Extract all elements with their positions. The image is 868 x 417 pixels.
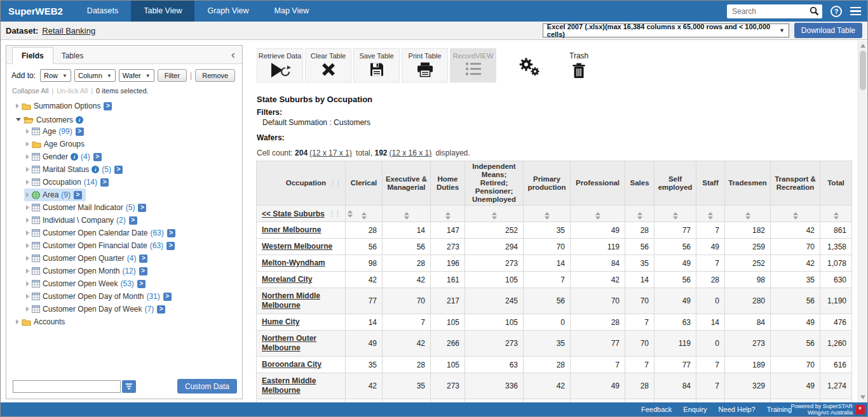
sort-header-cell[interactable] (654, 206, 696, 222)
sort-icon[interactable] (492, 212, 497, 220)
sort-icon[interactable] (745, 212, 750, 220)
add-to-wafer-select[interactable]: Wafer▼ (119, 69, 154, 82)
expand-node-icon[interactable] (26, 218, 29, 223)
row-label-link[interactable]: Boroondara City (262, 360, 322, 369)
save-table-button[interactable]: Save Table (353, 48, 400, 83)
nav-tab-graph-view[interactable]: Graph View (194, 1, 261, 22)
info-icon[interactable]: i (92, 166, 99, 173)
add-field-arrow-button[interactable]: > (139, 255, 147, 263)
expand-node-icon[interactable] (26, 205, 29, 210)
tree-item[interactable]: Age(99)> (24, 125, 88, 138)
tree-item[interactable]: Customer Open Day of Month(31)> (24, 290, 175, 303)
expand-node-icon[interactable] (16, 319, 19, 324)
sort-header-cell[interactable] (524, 206, 571, 222)
tree-item[interactable]: Accounts (14, 315, 69, 328)
row-label-link[interactable]: Western Melbourne (262, 242, 332, 251)
global-search[interactable] (727, 4, 822, 18)
field-search-input[interactable] (13, 380, 121, 393)
tree-item[interactable]: Customer Open Day of Week(7)> (24, 303, 169, 315)
expand-node-icon[interactable] (26, 192, 29, 197)
column-header[interactable]: Primary production (524, 161, 571, 206)
column-header[interactable]: Self employed (654, 161, 696, 206)
row-label-link[interactable]: Moreland City (262, 275, 312, 284)
untick-all-link[interactable]: Un-tick All (57, 87, 88, 95)
add-field-arrow-button[interactable]: > (137, 280, 146, 288)
sort-icon[interactable] (595, 212, 600, 220)
expand-node-icon[interactable] (26, 230, 29, 235)
filter-button[interactable]: Filter (158, 69, 187, 82)
sort-header-cell[interactable] (571, 206, 625, 222)
hamburger-menu-icon[interactable] (850, 7, 861, 16)
total-dims-link[interactable]: (12 x 17 x 1) (309, 149, 352, 157)
sort-icon[interactable] (404, 212, 409, 220)
vertical-scrollbar[interactable] (858, 41, 867, 402)
column-header[interactable]: Total (820, 161, 852, 206)
print-table-button[interactable]: Print Table (402, 48, 448, 83)
enquiry-link[interactable]: Enquiry (683, 406, 707, 413)
clear-table-button[interactable]: Clear Table (305, 48, 351, 83)
tree-item[interactable]: Summation Options> (14, 100, 116, 112)
expand-node-icon[interactable] (26, 154, 29, 159)
download-format-select[interactable]: Excel 2007 (.xlsx)(max 16,384 columns x … (543, 23, 789, 37)
column-header[interactable]: Sales (625, 161, 654, 206)
info-icon[interactable]: i (71, 153, 78, 161)
column-header[interactable]: Executive & Managerial (383, 161, 431, 206)
expand-node-icon[interactable] (26, 307, 29, 312)
sort-icon[interactable] (834, 212, 839, 220)
add-to-row-select[interactable]: Row▼ (40, 69, 71, 82)
tree-item[interactable]: Genderi(4)> (24, 150, 105, 163)
sort-header-cell[interactable] (771, 206, 820, 222)
tab-tables[interactable]: Tables (53, 48, 92, 63)
add-field-arrow-button[interactable]: > (104, 102, 112, 110)
row-label-link[interactable]: Northern Outer Melbourne (262, 334, 316, 352)
tree-item[interactable]: Marital Statusi(5)> (24, 163, 126, 176)
sort-header-cell[interactable] (431, 206, 465, 222)
info-icon[interactable]: i (76, 116, 83, 124)
corner-header-cell[interactable]: Occupation⋮⋮ (257, 161, 346, 206)
sort-header-cell[interactable] (725, 206, 771, 222)
remove-button[interactable]: Remove (195, 69, 235, 82)
feedback-link[interactable]: Feedback (641, 406, 672, 413)
sort-icon[interactable] (348, 210, 353, 218)
nav-tab-datasets[interactable]: Datasets (74, 1, 131, 22)
expand-node-icon[interactable] (26, 281, 29, 286)
help-icon[interactable]: ? (831, 6, 842, 17)
column-header[interactable]: Home Duties (431, 161, 465, 206)
add-field-arrow-button[interactable]: > (74, 191, 82, 199)
expand-node-icon[interactable] (26, 129, 29, 134)
table-options-button[interactable] (517, 56, 540, 79)
expand-node-icon[interactable] (16, 103, 19, 109)
tree-item[interactable]: Customer Mail Indicator(5)> (24, 201, 150, 214)
add-to-column-select[interactable]: Column▼ (74, 69, 116, 82)
row-label-link[interactable]: Northern Middle Melbourne (262, 291, 320, 310)
expand-node-icon[interactable] (26, 180, 29, 185)
column-header[interactable]: Clerical (346, 161, 383, 206)
column-header[interactable]: Staff (696, 161, 725, 206)
scroll-up-icon[interactable] (860, 44, 865, 48)
retrieve-data-button[interactable]: Retrieve Data (257, 48, 303, 83)
column-header[interactable]: Transport & Recreation (771, 161, 820, 206)
tree-item[interactable]: Customersi (14, 114, 87, 126)
sort-icon[interactable] (708, 212, 713, 220)
download-table-button[interactable]: Download Table (794, 23, 862, 38)
dataset-name-link[interactable]: Retail Banking (42, 26, 95, 36)
tree-item[interactable]: Occupation(14)> (24, 176, 112, 189)
displayed-dims-link[interactable]: (12 x 16 x 1) (389, 149, 431, 157)
add-field-arrow-button[interactable]: > (76, 128, 84, 136)
tree-item[interactable]: Area(9)> (24, 189, 86, 201)
search-icon[interactable] (810, 6, 819, 16)
add-field-arrow-button[interactable]: > (93, 153, 102, 161)
scroll-down-icon[interactable] (860, 395, 865, 399)
row-label-link[interactable]: Inner Melbourne (262, 225, 321, 234)
tree-item[interactable]: Customer Open Quarter(4)> (24, 252, 151, 265)
tree-item[interactable]: Customer Open Week(53)> (24, 277, 149, 290)
add-field-arrow-button[interactable]: > (163, 293, 172, 301)
sort-header-cell[interactable] (820, 206, 852, 222)
sort-header-cell[interactable] (383, 206, 431, 222)
drag-handle-icon[interactable]: ⋮⋮ (329, 209, 340, 218)
row-label-link[interactable]: Melton-Wyndham (262, 258, 325, 267)
expand-node-icon[interactable] (26, 243, 29, 248)
sort-header-cell[interactable] (696, 206, 725, 222)
add-field-arrow-button[interactable]: > (157, 305, 165, 314)
sort-icon[interactable] (673, 212, 678, 220)
